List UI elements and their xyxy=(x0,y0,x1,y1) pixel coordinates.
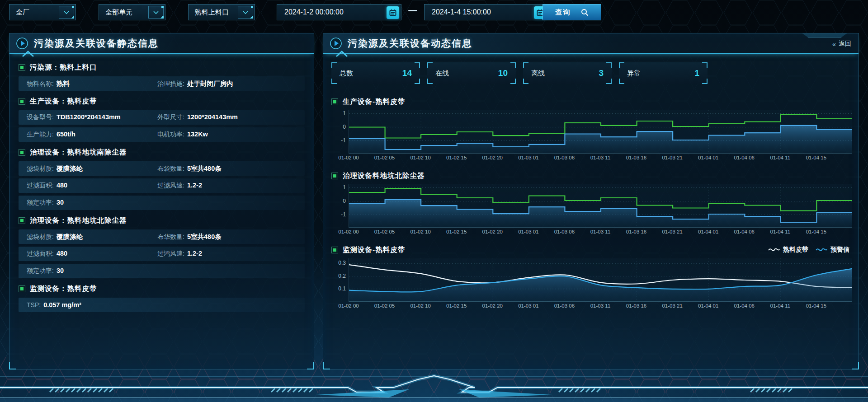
plant-select[interactable]: 全厂 xyxy=(9,4,76,20)
info-value: 480 xyxy=(57,250,67,257)
info-row: 额定功率:30 xyxy=(19,264,305,278)
info-cell: 过滤风速:1.2-2 xyxy=(157,182,288,190)
info-cell: TSP:0.057 mg/m³ xyxy=(27,301,305,309)
x-axis-tick: 01-04 11 xyxy=(770,155,791,160)
info-label: 布袋数量: xyxy=(157,165,184,173)
green-square-icon xyxy=(331,247,338,253)
x-axis-tick: 01-04 06 xyxy=(734,229,755,234)
info-value: 1.2-2 xyxy=(187,250,202,257)
y-axis-tick: 0.2 xyxy=(331,273,346,279)
chart-section-2: 监测设备-熟料皮带熟料皮带预警信0.30.20.101-02 0001-02 0… xyxy=(331,244,850,311)
unit-select[interactable]: 全部单元 xyxy=(99,4,165,20)
stat-box-异常[interactable]: 异常1 xyxy=(619,62,708,84)
x-axis-tick: 01-02 10 xyxy=(410,229,430,234)
legend-item-熟料皮带[interactable]: 熟料皮带 xyxy=(768,246,808,254)
stat-label: 在线 xyxy=(435,69,449,78)
info-cell: 设备型号:TDB1200*204143mm xyxy=(27,113,157,122)
info-cell: 过滤面积:480 xyxy=(27,182,157,190)
unit-select-value: 全部单元 xyxy=(105,8,132,17)
x-axis-tick: 01-02 15 xyxy=(446,229,467,234)
x-axis-tick: 01-02 15 xyxy=(446,155,467,160)
x-axis-tick: 01-02 00 xyxy=(338,303,359,309)
x-axis-tick: 01-02 00 xyxy=(338,155,359,160)
x-axis-tick: 01-04 06 xyxy=(734,303,755,309)
info-cell: 额定功率:30 xyxy=(27,199,305,207)
search-button[interactable]: 查询 xyxy=(542,4,601,20)
info-label: 外型尺寸: xyxy=(157,113,184,122)
top-toolbar: 全厂 全部单元 熟料上料口 2024-1-2 00:00:00 2024 xyxy=(0,0,868,25)
source-select[interactable]: 熟料上料口 xyxy=(188,4,255,20)
info-label: 过鸿风速: xyxy=(157,250,184,258)
green-square-icon xyxy=(19,149,25,156)
x-axis-tick: 01-03 11 xyxy=(590,303,611,309)
y-axis-tick: 0.3 xyxy=(331,260,346,266)
info-label: 过滤面积: xyxy=(27,250,54,258)
info-value: 30 xyxy=(57,267,64,274)
section-heading-text: 生产设备：熟料皮带 xyxy=(30,97,97,106)
squiggle-line-icon xyxy=(768,248,780,252)
x-axis-tick: 01-03 16 xyxy=(626,303,646,309)
info-row: 滤袋材质:覆膜涤纶布华数量:5室共480条 xyxy=(19,229,305,244)
stat-box-离线[interactable]: 离线3 xyxy=(523,62,612,84)
x-axis-tick: 01-03 16 xyxy=(626,229,646,234)
chart-plot-2[interactable] xyxy=(349,258,852,302)
x-axis-tick: 01-04 11 xyxy=(770,229,791,234)
x-axis-tick: 01-03 01 xyxy=(518,303,538,309)
x-axis-tick: 01-03 01 xyxy=(518,229,538,234)
header-notch-decoration xyxy=(795,33,854,37)
calendar-icon[interactable] xyxy=(387,6,399,19)
info-cell: 物料名称:熟料 xyxy=(27,79,157,88)
end-datetime-value: 2024-1-4 15:00:00 xyxy=(432,8,491,16)
x-axis-tick: 01-03 06 xyxy=(554,155,575,160)
chart-title: 治理设备料地坑北除尘器 xyxy=(343,171,425,181)
legend-item-预警信[interactable]: 预警信 xyxy=(816,246,849,254)
x-axis-tick: 01-03 01 xyxy=(518,155,538,160)
section-heading-text: 污染源：熟料上料口 xyxy=(30,63,97,72)
x-axis-tick: 01-04 01 xyxy=(698,303,718,309)
chevron-down-icon xyxy=(238,6,253,19)
section-heading: 治理设备：熟料地坑北除尘器 xyxy=(19,213,305,228)
end-datetime-input[interactable]: 2024-1-4 15:00:00 xyxy=(424,4,549,20)
y-axis-tick: 0 xyxy=(331,198,346,204)
y-axis-tick: 1 xyxy=(331,184,346,191)
info-cell: 滤袋材质:覆膜涤纶 xyxy=(27,233,157,241)
section-heading-text: 监测设备：熟料皮带 xyxy=(30,284,97,294)
section-heading-text: 治理设备：熟料地坑南除尘器 xyxy=(30,148,127,157)
x-axis-tick: 01-03 21 xyxy=(662,303,682,309)
info-value: 0.057 mg/m³ xyxy=(43,301,81,309)
green-square-icon xyxy=(19,98,25,105)
info-value: 5室共480条 xyxy=(187,233,222,241)
section-heading: 治理设备：熟料地坑南除尘器 xyxy=(19,145,305,160)
chevron-down-icon xyxy=(148,6,164,19)
chart-plot-0[interactable] xyxy=(349,110,852,154)
info-value: 1200*204143mm xyxy=(187,113,238,121)
chart-plot-1[interactable] xyxy=(349,184,852,228)
footer-decoration xyxy=(0,374,868,402)
x-axis-tick: 01-04 15 xyxy=(806,229,826,234)
x-axis-tick: 01-03 06 xyxy=(554,229,575,234)
info-value: 132Kw xyxy=(187,131,208,138)
info-label: 物料名称: xyxy=(27,80,54,88)
start-datetime-input[interactable]: 2024-1-2 00:00:00 xyxy=(277,4,401,20)
info-label: 电机功率: xyxy=(157,131,184,139)
info-row: 生产能力:650t/h电机功率:132Kw xyxy=(19,127,305,142)
info-cell: 过滤面积:480 xyxy=(27,250,157,258)
stat-box-在线[interactable]: 在线10 xyxy=(427,62,516,84)
back-button[interactable]: « 返回 xyxy=(832,40,851,48)
x-axis-tick: 01-04 01 xyxy=(698,155,718,160)
green-square-icon xyxy=(19,64,25,71)
chevron-down-icon xyxy=(59,6,74,19)
info-value: TDB1200*204143mm xyxy=(57,113,121,121)
stat-box-总数[interactable]: 总数14 xyxy=(331,62,420,84)
dynamic-info-panel: 污染源及关联设备动态信息 « 返回 总数14在线10离线3异常1 生产设备-熟料… xyxy=(323,33,859,369)
static-info-list: 污染源：熟料上料口物料名称:熟料治理措施:处于封闭厂房内生产设备：熟料皮带设备型… xyxy=(9,54,314,312)
y-axis-tick: -1 xyxy=(331,211,346,218)
x-axis-tick: 01-02 05 xyxy=(374,303,395,309)
info-label: TSP: xyxy=(27,301,41,309)
x-axis-tick: 01-02 20 xyxy=(482,303,503,309)
dynamic-info-panel-header: 污染源及关联设备动态信息 « 返回 xyxy=(323,33,859,54)
green-square-icon xyxy=(19,285,25,292)
x-axis-tick: 01-03 06 xyxy=(554,303,575,309)
info-cell: 布袋数量:5室共480条 xyxy=(157,164,288,173)
info-cell: 额定功率:30 xyxy=(27,267,305,275)
